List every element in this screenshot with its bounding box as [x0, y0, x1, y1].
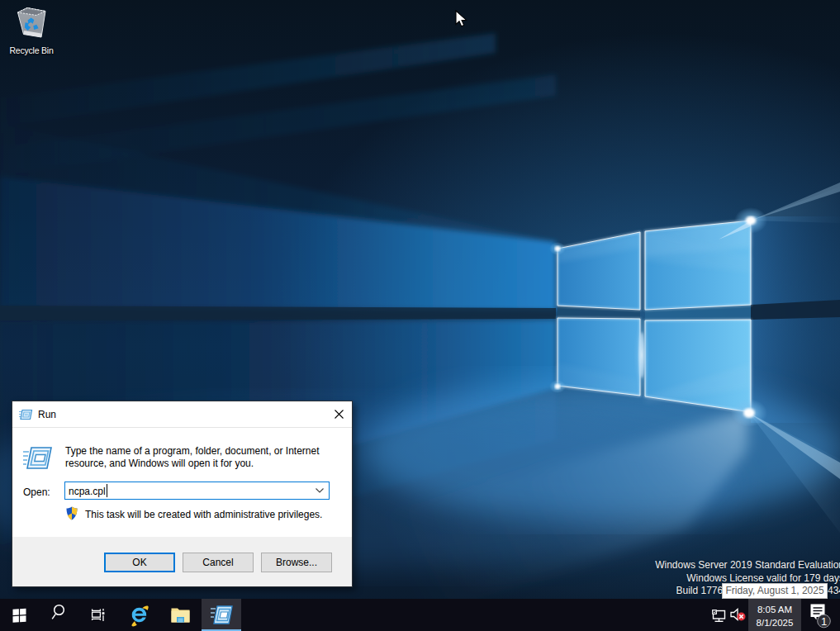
svg-text:1: 1 — [821, 615, 827, 628]
